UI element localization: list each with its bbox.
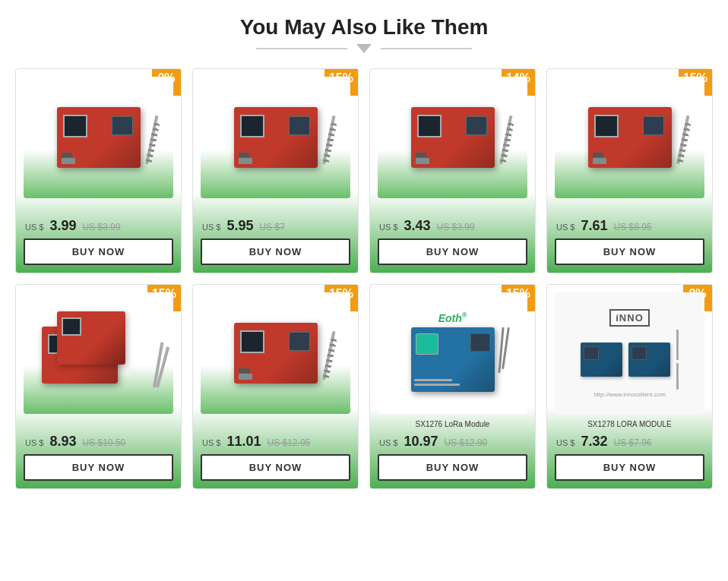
price-row: US $8.93US $10.50 bbox=[24, 434, 173, 450]
product-label: SX1278 LORA MODULE bbox=[587, 420, 672, 431]
product-image bbox=[378, 77, 527, 198]
chevron-down-icon bbox=[356, 44, 372, 53]
price-label: US $ bbox=[379, 438, 397, 447]
price-row: US $3.43US $3.99 bbox=[378, 218, 527, 234]
product-card: 15%OFF US $8.93US $10.50BUY NOW bbox=[15, 284, 182, 489]
buy-now-button[interactable]: BUY NOW bbox=[555, 454, 704, 481]
product-card: 14%OFF US $3.43US $3.99BUY NOW bbox=[369, 68, 536, 273]
price-row: US $11.01US $12.95 bbox=[201, 434, 350, 450]
product-image bbox=[201, 292, 350, 414]
product-image: íNNO bbox=[555, 292, 704, 414]
price-original: US $7 bbox=[260, 222, 285, 232]
products-grid: 0%OFF US $3.99US $3.99BUY NOW15%OFF bbox=[15, 68, 713, 489]
price-label: US $ bbox=[25, 223, 43, 232]
buy-now-button[interactable]: BUY NOW bbox=[378, 454, 527, 481]
product-card: 15%OFF US $7.61US $8.95BUY NOW bbox=[546, 68, 713, 273]
buy-now-button[interactable]: BUY NOW bbox=[201, 454, 350, 481]
price-current: 8.93 bbox=[49, 434, 76, 450]
buy-now-button[interactable]: BUY NOW bbox=[378, 238, 527, 265]
price-original: US $12.90 bbox=[445, 437, 488, 448]
price-row: US $5.95US $7 bbox=[201, 218, 350, 234]
price-row: US $7.61US $8.95 bbox=[555, 218, 704, 234]
price-original: US $3.99 bbox=[437, 222, 475, 232]
product-image bbox=[201, 77, 350, 198]
price-current: 3.99 bbox=[49, 218, 76, 234]
product-image bbox=[24, 292, 173, 414]
price-label: US $ bbox=[202, 223, 220, 232]
price-current: 5.95 bbox=[226, 218, 253, 234]
price-label: US $ bbox=[25, 438, 43, 447]
price-row: US $7.32US $7.96 bbox=[555, 434, 704, 450]
price-current: 11.01 bbox=[226, 434, 261, 450]
price-original: US $3.99 bbox=[83, 222, 121, 232]
price-current: 7.61 bbox=[581, 218, 607, 234]
buy-now-button[interactable]: BUY NOW bbox=[201, 238, 350, 265]
buy-now-button[interactable]: BUY NOW bbox=[24, 454, 173, 481]
price-current: 10.97 bbox=[404, 434, 438, 450]
price-original: US $10.50 bbox=[83, 437, 126, 448]
product-card: 8%OFF íNNO bbox=[546, 284, 713, 489]
price-label: US $ bbox=[202, 438, 220, 447]
product-image bbox=[24, 77, 173, 198]
price-row: US $10.97US $12.90 bbox=[378, 434, 527, 450]
product-image bbox=[555, 77, 704, 198]
page-title: You May Also Like Them bbox=[15, 15, 713, 39]
price-current: 7.32 bbox=[581, 434, 607, 450]
price-label: US $ bbox=[556, 438, 574, 447]
price-label: US $ bbox=[556, 223, 574, 232]
price-row: US $3.99US $3.99 bbox=[24, 218, 173, 234]
title-divider bbox=[15, 44, 713, 53]
product-image: Eoth® bbox=[378, 292, 527, 414]
price-original: US $7.96 bbox=[614, 437, 652, 448]
buy-now-button[interactable]: BUY NOW bbox=[24, 238, 173, 265]
price-original: US $12.95 bbox=[267, 437, 311, 448]
price-original: US $8.95 bbox=[614, 222, 652, 232]
price-current: 3.43 bbox=[404, 218, 430, 234]
product-card: 0%OFF US $3.99US $3.99BUY NOW bbox=[15, 68, 182, 273]
product-label: SX1276 LoRa Module bbox=[416, 420, 490, 431]
product-card: 15%OFF Eoth® SX1276 LoRa ModuleU bbox=[369, 284, 536, 489]
buy-now-button[interactable]: BUY NOW bbox=[555, 238, 704, 265]
price-label: US $ bbox=[379, 223, 397, 232]
product-card: 15%OFF US $11.01US $12.95BUY NOW bbox=[192, 284, 359, 489]
product-card: 15%OFF US $5.95US $7BUY NOW bbox=[192, 68, 359, 273]
